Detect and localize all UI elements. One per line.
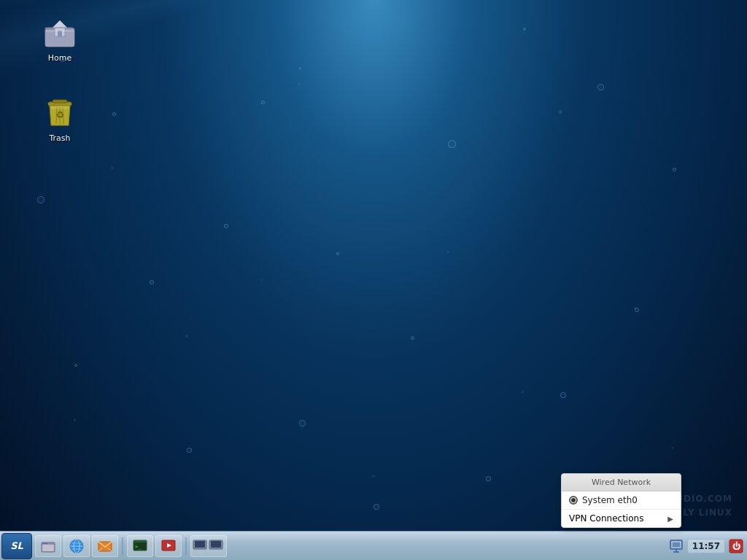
svg-line-8 bbox=[56, 107, 57, 124]
svg-rect-31 bbox=[211, 541, 221, 548]
submenu-arrow-icon: ▶ bbox=[667, 515, 673, 523]
taskbar-separator-1 bbox=[122, 537, 123, 555]
terminal-icon: >_ bbox=[132, 538, 148, 554]
start-button[interactable]: SL bbox=[1, 533, 32, 559]
home-icon-label: Home bbox=[46, 52, 74, 63]
svg-text:♻: ♻ bbox=[55, 109, 64, 120]
trash-icon[interactable]: ♻ Trash bbox=[31, 95, 89, 144]
start-logo: SL bbox=[10, 540, 23, 551]
network-connection-eth0[interactable]: System eth0 bbox=[562, 491, 681, 510]
svg-rect-4 bbox=[58, 31, 62, 36]
media-button[interactable] bbox=[155, 535, 182, 557]
media-icon bbox=[160, 538, 177, 554]
svg-rect-6 bbox=[48, 102, 71, 106]
taskbar-apps: >_ bbox=[35, 535, 668, 557]
radio-selected bbox=[569, 496, 578, 505]
power-tray-icon[interactable]: ⏻ bbox=[728, 538, 744, 554]
svg-rect-3 bbox=[55, 28, 65, 36]
trash-bin-icon: ♻ bbox=[42, 95, 77, 130]
taskbar-separator-2 bbox=[185, 537, 187, 555]
svg-rect-29 bbox=[195, 541, 205, 548]
home-icon[interactable]: Home bbox=[31, 15, 89, 63]
file-manager-button[interactable] bbox=[35, 535, 61, 557]
home-folder-icon bbox=[42, 15, 77, 50]
svg-rect-7 bbox=[53, 100, 67, 103]
light-rays-decoration bbox=[155, 0, 592, 365]
browser-button[interactable] bbox=[63, 535, 90, 557]
popup-header: Wired Network bbox=[562, 474, 681, 491]
watermark: UDIO.COM LY LINUX bbox=[676, 492, 732, 520]
network-popup: Wired Network System eth0 VPN Connection… bbox=[561, 473, 681, 528]
desktop-switcher-button[interactable] bbox=[190, 535, 227, 557]
terminal-button[interactable]: >_ bbox=[127, 535, 153, 557]
svg-text:⏻: ⏻ bbox=[732, 541, 740, 551]
taskbar: SL bbox=[0, 531, 747, 560]
svg-marker-2 bbox=[53, 20, 67, 28]
svg-rect-5 bbox=[46, 30, 74, 32]
email-button[interactable] bbox=[92, 535, 118, 557]
network-tray-icon[interactable] bbox=[668, 538, 684, 554]
system-tray: 11:57 ⏻ bbox=[668, 538, 744, 554]
svg-line-10 bbox=[63, 107, 63, 124]
file-manager-icon bbox=[40, 538, 56, 554]
trash-icon-label: Trash bbox=[47, 133, 72, 144]
svg-rect-1 bbox=[45, 29, 74, 47]
desktop: UDIO.COM LY LINUX Home bbox=[0, 0, 747, 560]
email-icon bbox=[97, 538, 113, 554]
browser-icon bbox=[69, 538, 85, 554]
svg-rect-33 bbox=[673, 542, 680, 547]
vpn-connections-item[interactable]: VPN Connections ▶ bbox=[562, 510, 681, 527]
power-icon: ⏻ bbox=[729, 539, 743, 553]
svg-rect-0 bbox=[45, 28, 74, 47]
network-icon bbox=[669, 539, 684, 553]
clock[interactable]: 11:57 bbox=[687, 539, 725, 553]
desktop-switcher-icon bbox=[193, 538, 225, 554]
svg-rect-24 bbox=[133, 540, 147, 542]
svg-text:>_: >_ bbox=[135, 544, 142, 550]
svg-rect-13 bbox=[42, 545, 54, 551]
